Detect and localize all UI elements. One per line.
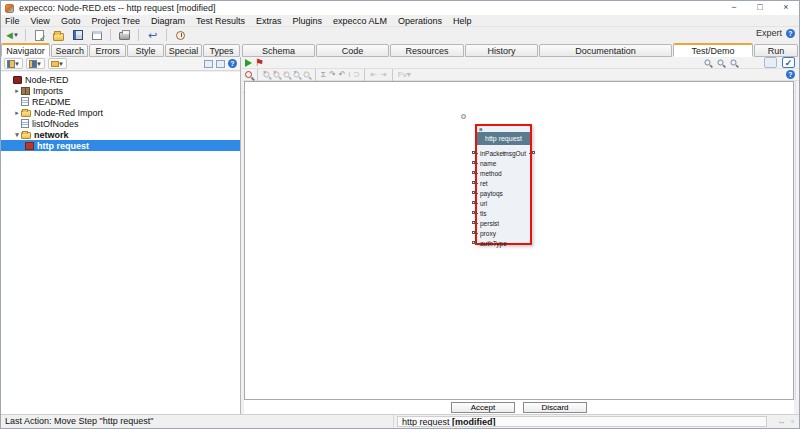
zoom-in-icon[interactable] <box>705 60 711 66</box>
expander-expanded-icon[interactable]: ▾ <box>13 131 21 139</box>
input-pin-icon[interactable] <box>472 211 475 214</box>
jump-start-icon[interactable]: ⇤ <box>370 70 377 80</box>
find-next-icon[interactable]: ✕ <box>264 72 270 78</box>
step-into-icon[interactable]: ↶ <box>339 70 346 80</box>
interrupt-icon[interactable]: Ι <box>348 70 350 80</box>
tab-test-demo[interactable]: Test/Demo <box>673 43 753 57</box>
menu-operations[interactable]: Operations <box>398 16 442 26</box>
item-view-dropdown[interactable]: ▼ <box>26 58 45 69</box>
menu-expecco-alm[interactable]: expecco ALM <box>333 16 387 26</box>
tree-row-network[interactable]: ▾ network <box>1 129 240 140</box>
input-pin-icon[interactable] <box>472 171 475 174</box>
expander-collapsed-icon[interactable]: ▸ <box>13 87 21 95</box>
tab-documentation[interactable]: Documentation <box>539 44 672 57</box>
open-button[interactable] <box>51 29 66 42</box>
input-pin-icon[interactable] <box>472 181 475 184</box>
input-pin-icon[interactable] <box>472 151 475 154</box>
detach-panel-icon[interactable] <box>204 60 213 68</box>
http-request-node[interactable]: a http request inPacket msgOut name meth… <box>475 124 532 245</box>
folder-action-dropdown[interactable]: ▼ <box>48 58 67 69</box>
close-button[interactable]: × <box>773 1 799 15</box>
input-pin-icon[interactable] <box>472 191 475 194</box>
tree-row-listofnodes[interactable]: listOfNodes <box>1 118 240 129</box>
find-prev-icon[interactable]: ✕ <box>274 72 280 78</box>
menu-file[interactable]: File <box>5 16 20 26</box>
port-label-input[interactable]: inPacket <box>480 150 505 157</box>
port-label-input[interactable]: persist <box>480 220 499 227</box>
connector-dot[interactable] <box>461 114 466 119</box>
port-label-output[interactable]: msgOut <box>503 150 526 157</box>
help-icon[interactable]: ? <box>786 70 795 79</box>
tree-row-http-request[interactable]: http request <box>1 140 240 151</box>
menu-diagram[interactable]: Diagram <box>151 16 185 26</box>
new-item-button[interactable] <box>32 29 47 42</box>
tab-errors[interactable]: Errors <box>89 44 126 57</box>
step-over-icon[interactable]: ↷ <box>329 70 336 80</box>
tree-row-node-red[interactable]: Node-RED <box>1 74 240 85</box>
menu-view[interactable]: View <box>31 16 50 26</box>
port-label-input[interactable]: proxy <box>480 230 496 237</box>
discard-button[interactable]: Discard <box>523 402 587 413</box>
diagram-canvas[interactable]: a http request inPacket msgOut name meth… <box>244 81 794 400</box>
toggle-grid-button[interactable] <box>764 57 777 68</box>
find-mark-icon[interactable]: ▲ <box>304 72 310 78</box>
tab-style[interactable]: Style <box>127 44 164 57</box>
search-icon[interactable] <box>245 71 252 78</box>
output-pin-icon[interactable] <box>532 151 535 154</box>
tab-resources[interactable]: Resources <box>390 44 464 57</box>
tree-row-readme[interactable]: README <box>1 96 240 107</box>
find-up-icon[interactable]: ▲ <box>284 72 290 78</box>
tree-view-dropdown[interactable]: ▼ <box>4 58 23 69</box>
tab-history[interactable]: History <box>465 44 538 57</box>
new-window-button[interactable] <box>89 29 104 42</box>
tab-navigator[interactable]: Navigator <box>1 43 50 57</box>
tree-row-imports[interactable]: ▸ Imports <box>1 85 240 96</box>
jump-end-icon[interactable]: ⇥ <box>380 70 387 80</box>
help-icon[interactable]: ? <box>228 59 237 68</box>
zoom-out-icon[interactable] <box>718 60 724 66</box>
port-label-input[interactable]: paytoqs <box>480 190 503 197</box>
maximize-button[interactable]: □ <box>747 1 773 15</box>
port-label-input[interactable]: url <box>480 200 487 207</box>
menu-test-results[interactable]: Test Results <box>196 16 245 26</box>
play-icon[interactable] <box>245 59 252 67</box>
node-title[interactable]: http request <box>477 132 530 145</box>
tab-search[interactable]: Search <box>51 44 88 57</box>
find-down-icon[interactable]: ▼ <box>294 72 300 78</box>
port-label-input[interactable]: authType <box>480 240 507 247</box>
menu-help[interactable]: Help <box>453 16 472 26</box>
toggle-check-button[interactable]: ✓ <box>782 57 795 68</box>
port-label-input[interactable]: name <box>480 160 496 167</box>
save-layout-icon[interactable] <box>216 60 225 68</box>
input-pin-icon[interactable] <box>472 231 475 234</box>
filter-dropdown[interactable]: Fv▾ <box>398 70 411 80</box>
history-button[interactable] <box>173 29 188 42</box>
canvas-scrollbar[interactable] <box>795 81 799 400</box>
flag-icon[interactable]: ⚑ <box>255 58 264 67</box>
menu-plugins[interactable]: Plugins <box>292 16 322 26</box>
port-label-input[interactable]: method <box>480 170 502 177</box>
accept-button[interactable]: Accept <box>451 402 515 413</box>
corner-grip-icon[interactable]: ▫ <box>791 417 794 426</box>
zoom-fit-icon[interactable] <box>731 60 737 66</box>
minimize-button[interactable]: − <box>721 1 747 15</box>
input-pin-icon[interactable] <box>472 241 475 244</box>
tree-row-node-red-import[interactable]: ▸ Node-Red Import <box>1 107 240 118</box>
sum-icon[interactable]: Σ <box>321 70 326 80</box>
tab-special[interactable]: Special <box>165 44 202 57</box>
input-pin-icon[interactable] <box>472 161 475 164</box>
undo-button[interactable]: ↩ <box>145 29 160 42</box>
port-label-input[interactable]: tls <box>480 210 487 217</box>
menu-extras[interactable]: Extras <box>256 16 282 26</box>
help-icon[interactable]: ? <box>786 29 795 38</box>
tab-code[interactable]: Code <box>316 44 389 57</box>
expert-mode-label[interactable]: Expert <box>756 28 782 38</box>
input-pin-icon[interactable] <box>472 201 475 204</box>
print-button[interactable] <box>117 29 132 42</box>
resize-icon[interactable]: ↔ <box>777 417 785 426</box>
expander-collapsed-icon[interactable]: ▸ <box>13 109 21 117</box>
menu-project-tree[interactable]: Project Tree <box>91 16 140 26</box>
menu-goto[interactable]: Goto <box>61 16 81 26</box>
tab-types[interactable]: Types <box>203 44 240 57</box>
tab-run[interactable]: Run <box>754 44 798 57</box>
